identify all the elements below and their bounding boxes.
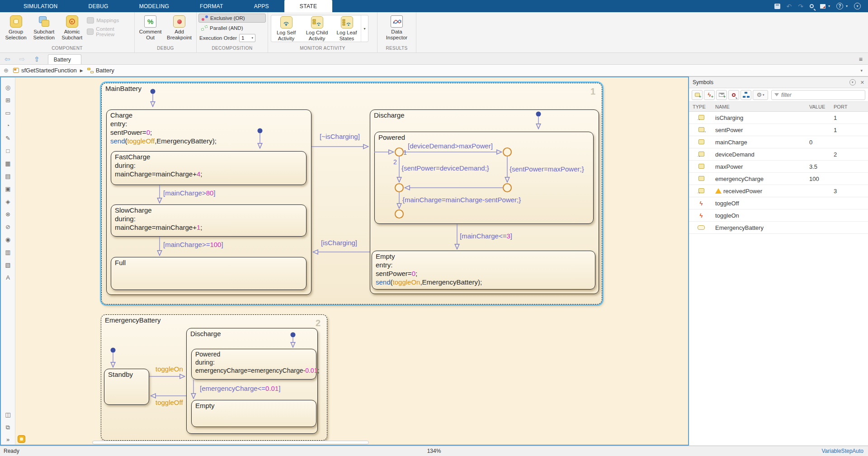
collapse-ribbon-icon[interactable]: ▾ [854, 3, 861, 10]
tab-modeling[interactable]: MODELING [124, 0, 184, 12]
transition-label-not-ischarging[interactable]: [~isCharging] [320, 133, 360, 140]
document-tab-battery[interactable]: Battery [48, 54, 81, 64]
transition-label-toggleoff[interactable]: toggleOff [156, 399, 183, 406]
help-icon[interactable]: ? [836, 3, 843, 10]
search-icon[interactable] [810, 4, 814, 8]
filter-input[interactable] [781, 92, 862, 98]
state-slowcharge[interactable]: SlowCharge during: mainCharge=mainCharge… [111, 204, 307, 237]
nav-back-icon[interactable]: ⇦ [0, 55, 15, 64]
tab-format[interactable]: FORMAT [184, 0, 239, 12]
transition-label-sentpower-devicedemand[interactable]: {sentPower=deviceDemand;} [401, 164, 489, 172]
atomic-subchart-button[interactable]: Atomic Subchart [59, 14, 85, 41]
redo-icon[interactable]: ↷ [798, 3, 803, 10]
panel-menu-icon[interactable]: ▾ [849, 79, 856, 86]
execution-order-select[interactable]: 1▾ [239, 34, 255, 42]
tab-apps[interactable]: APPS [239, 0, 284, 12]
screenshot-tool-icon[interactable]: ◫ [4, 411, 13, 418]
state-transition-table-icon[interactable]: ▤ [4, 172, 13, 180]
log-leaf-states-button[interactable]: Log Leaf States [333, 15, 361, 42]
symbol-row-ischarging[interactable]: → isCharging 1 [689, 112, 868, 124]
symbol-row-toggleoff[interactable]: ϟ toggleOff [689, 197, 868, 209]
monitor-more-button[interactable]: ▾ [361, 15, 368, 42]
create-message-button[interactable]: + [716, 90, 727, 100]
junction-tool-icon[interactable]: □ [4, 147, 13, 155]
exclusive-or-button[interactable]: Exclusive (OR) [198, 14, 266, 23]
screenshot-caret-icon[interactable]: ▾ [828, 4, 830, 8]
transition-label-maincharge-100[interactable]: [mainCharge>=100] [163, 241, 223, 248]
transition-label-maincharge-minus[interactable]: {mainCharge=mainCharge-sentPower;} [402, 196, 521, 204]
chart-canvas[interactable]: MainBattery 1 Charge entry: sentPower=0;… [15, 77, 688, 445]
resolve-symbols-button[interactable] [728, 90, 739, 100]
transition-label-ischarging[interactable]: [isCharging] [321, 239, 357, 247]
transition-label-devicedemand[interactable]: [deviceDemand>maxPower] [408, 142, 493, 150]
nav-up-icon[interactable]: ⇧ [29, 55, 44, 64]
data-inspector-button[interactable]: Data Inspector [382, 14, 411, 41]
breadcrumb-root[interactable]: sfGetStartedFunction [21, 67, 77, 74]
state-tool-icon[interactable]: ▭ [4, 109, 13, 117]
state-empty-main[interactable]: Empty entry: sentPower=0; send(toggleOn,… [372, 251, 595, 290]
save-icon[interactable] [774, 4, 780, 9]
symbol-row-maincharge[interactable]: mainCharge 0 [689, 136, 868, 148]
transition-order-1[interactable]: 1 [403, 149, 407, 156]
transition-label-maincharge-3[interactable]: [mainCharge<=3] [460, 232, 512, 240]
undo-icon[interactable]: ↶ [787, 3, 792, 10]
matlab-function-icon[interactable]: ⊗ [4, 210, 13, 218]
box-tool-icon[interactable]: ▣ [4, 185, 13, 193]
screenshot-icon[interactable] [820, 4, 826, 9]
horizontal-scrollbar-thumb[interactable] [92, 441, 369, 444]
transition-label-maincharge-80[interactable]: [mainCharge>80] [163, 189, 216, 197]
symbol-row-sentpower[interactable]: → sentPower 1 [689, 124, 868, 136]
tab-simulation[interactable]: SIMULATION [8, 0, 73, 12]
close-panel-icon[interactable]: ✕ [860, 80, 864, 86]
symbol-row-receivedpower[interactable]: → receivedPower 3 [689, 185, 868, 197]
text-tool-icon[interactable]: A [4, 274, 13, 281]
create-data-button[interactable]: + [692, 90, 703, 100]
parallel-and-button[interactable]: Parallel (AND) [198, 24, 266, 33]
nav-forward-icon[interactable]: ⇨ [15, 55, 30, 64]
state-eb-empty[interactable]: Empty [191, 400, 316, 427]
symbol-row-devicedemand[interactable]: → deviceDemand 2 [689, 148, 868, 161]
expand-palette-icon[interactable]: » [6, 436, 9, 445]
symbols-settings-button[interactable]: ⚙▾ [753, 90, 768, 100]
state-standby[interactable]: Standby [104, 369, 149, 405]
subchart-selection-button[interactable]: Subchart Selection [31, 14, 57, 41]
group-selection-button[interactable]: Group Selection [3, 14, 29, 41]
symbol-row-maxpower[interactable]: maxPower 3.5 [689, 161, 868, 173]
transition-label-sentpower-maxpower[interactable]: {sentPower=maxPower;} [509, 165, 584, 173]
explore-hierarchy-icon[interactable]: ⊕ [0, 67, 13, 74]
add-breakpoint-button[interactable]: Add Breakpoint [165, 14, 193, 41]
help-caret-icon[interactable]: ▾ [846, 4, 848, 8]
doc-menu-icon[interactable]: ≡ [854, 56, 868, 64]
breadcrumb-current[interactable]: Battery [96, 67, 114, 74]
hierarchy-view-button[interactable] [741, 90, 751, 100]
comment-out-button[interactable]: % Comment Out [137, 14, 163, 41]
transition-tool-icon[interactable]: ✎ [4, 134, 13, 142]
fit-view-icon[interactable]: ⊞ [4, 96, 13, 104]
zoom-tool-icon[interactable]: ◎ [4, 84, 13, 91]
status-solver[interactable]: VariableStepAuto [821, 448, 863, 454]
state-eb-powered[interactable]: Powered during: emergencyCharge=emergenc… [191, 349, 316, 380]
chart-badge-icon[interactable] [18, 435, 25, 443]
symbol-row-emergencybattery[interactable]: EmergencyBattery [689, 222, 868, 234]
state-full[interactable]: Full [111, 257, 307, 290]
image-tool-icon[interactable]: ▧ [4, 261, 13, 269]
log-child-activity-button[interactable]: Log Child Activity [301, 15, 333, 42]
annotation-tool-icon[interactable]: ▥ [4, 248, 13, 256]
entry-port-icon[interactable]: ⊘ [4, 223, 13, 231]
tab-debug[interactable]: DEBUG [73, 0, 123, 12]
state-fastcharge[interactable]: FastCharge during: mainCharge=mainCharge… [111, 151, 307, 185]
history-junction-icon[interactable]: ◔ [4, 122, 13, 129]
create-event-button[interactable]: ϟ+ [704, 90, 715, 100]
tab-state[interactable]: STATE [284, 0, 332, 12]
transition-order-2[interactable]: 2 [393, 158, 397, 166]
compare-tool-icon[interactable]: ⧉ [4, 423, 13, 431]
truth-table-icon[interactable]: ▦ [4, 160, 13, 167]
transition-label-toggleon[interactable]: toggleOn [156, 365, 183, 373]
exit-port-icon[interactable]: ◉ [4, 236, 13, 243]
transition-label-emergencycharge[interactable]: [emergencyCharge<=0.01] [200, 385, 280, 392]
simulink-function-icon[interactable]: ◈ [4, 198, 13, 205]
symbol-row-toggleon[interactable]: ϟ toggleOn [689, 209, 868, 222]
symbol-row-emergencycharge[interactable]: emergencyCharge 100 [689, 173, 868, 185]
breadcrumb-caret-icon[interactable]: ▾ [860, 68, 868, 73]
log-self-activity-button[interactable]: Log Self Activity [271, 15, 301, 42]
